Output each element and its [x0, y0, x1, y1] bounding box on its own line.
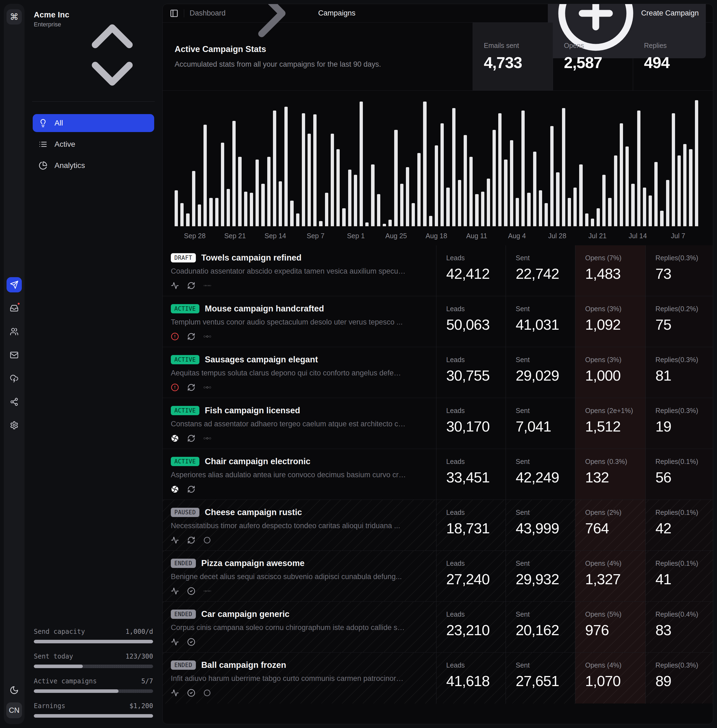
chart-bar — [383, 224, 386, 226]
user-avatar[interactable]: CN — [6, 702, 22, 718]
sidebar-item-label: Analytics — [55, 161, 85, 170]
sent-cell: Sent22,742 — [506, 245, 575, 296]
replies-value: 56 — [656, 469, 713, 486]
sent-label: Sent — [516, 559, 567, 568]
usage-value: 5/7 — [141, 677, 153, 685]
chart-bar — [389, 220, 392, 226]
command-menu-button[interactable]: ⌘ — [6, 9, 22, 24]
activity-icon[interactable] — [171, 536, 179, 544]
activity-icon[interactable] — [171, 638, 179, 646]
replies-label: Replies(0.3%) — [656, 355, 707, 364]
sequence-steps-icon — [203, 383, 212, 391]
usage-send-capacity: Send capacity1,000/d — [34, 628, 153, 643]
sidebar-item-active[interactable]: Active — [33, 135, 154, 153]
activity-icon[interactable] — [171, 282, 179, 290]
stat-value: 494 — [644, 53, 713, 72]
replies-value: 73 — [656, 265, 713, 282]
chart-bar — [221, 143, 224, 226]
usage-label: Active campaigns — [34, 677, 97, 685]
leads-label: Leads — [446, 661, 498, 670]
check-circle-icon[interactable] — [187, 638, 195, 646]
chart-bar — [660, 211, 663, 226]
usage-progress-fill — [34, 664, 83, 668]
opens-value: 764 — [585, 520, 645, 537]
campaign-description: Constans ad assentator adhaero tergeo ca… — [171, 420, 427, 428]
rail-item-settings[interactable] — [6, 417, 22, 433]
refresh-icon[interactable] — [187, 282, 195, 290]
chart-bar — [516, 198, 519, 226]
rail-item-share[interactable] — [6, 394, 22, 410]
refresh-icon[interactable] — [187, 485, 195, 493]
campaign-info[interactable]: ACTIVEChair campaign electronicAsperiore… — [163, 449, 436, 500]
dark-mode-toggle[interactable] — [9, 685, 19, 695]
leads-value: 18,731 — [446, 520, 506, 537]
sent-cell: Sent42,249 — [506, 449, 575, 500]
chart-bar — [614, 155, 617, 226]
alert-circle-icon[interactable] — [171, 383, 179, 391]
send-icon — [10, 280, 18, 289]
refresh-icon[interactable] — [187, 383, 195, 391]
campaign-row: ACTIVEMouse campaign handcraftedTemplum … — [163, 296, 713, 347]
opens-cell: Opens (3%)1,092 — [575, 296, 645, 347]
campaign-info[interactable]: PAUSEDCheese campaign rusticNecessitatib… — [163, 500, 436, 550]
chart-bar — [261, 184, 264, 226]
chart-bar — [435, 145, 438, 226]
pinwheel-icon[interactable] — [171, 434, 179, 442]
sent-value: 29,932 — [516, 571, 575, 588]
sent-value: 7,041 — [516, 418, 575, 435]
check-circle-icon[interactable] — [187, 587, 195, 595]
alert-circle-icon[interactable] — [171, 332, 179, 341]
campaign-bar-chart: Sep 28Sep 21Sep 14Sep 7Sep 1Aug 25Aug 18… — [163, 91, 713, 245]
rail-item-users[interactable] — [6, 324, 22, 339]
sent-label: Sent — [516, 305, 567, 313]
activity-icon[interactable] — [171, 689, 179, 697]
refresh-icon[interactable] — [187, 332, 195, 341]
campaign-info[interactable]: DRAFTTowels campaign refinedCoadunatio a… — [163, 245, 436, 296]
x-axis-tick: Aug 25 — [376, 232, 416, 240]
campaign-description: Benigne decet alius sequi ascisco subven… — [171, 573, 427, 581]
opens-cell: Opens (7%)1,483 — [575, 245, 645, 296]
refresh-icon[interactable] — [187, 536, 195, 544]
rail-item-inbox[interactable] — [6, 300, 22, 316]
campaign-icons — [171, 638, 427, 646]
stat-value: 4,733 — [484, 53, 553, 72]
stat-cards: Emails sent4,733Opens2,587Replies494 — [473, 23, 713, 90]
sequence-steps-icon — [203, 536, 212, 544]
breadcrumb-dashboard[interactable]: Dashboard — [189, 9, 226, 17]
campaign-title: Ball campaign frozen — [201, 660, 286, 670]
notification-dot — [17, 302, 20, 305]
campaign-info[interactable]: ENDEDPizza campaign awesomeBenigne decet… — [163, 551, 436, 602]
campaign-info[interactable]: ACTIVEFish campaign licensedConstans ad … — [163, 398, 436, 449]
usage-value: $1,200 — [130, 702, 153, 710]
replies-label: Replies(0.3%) — [656, 253, 707, 262]
sidebar-item-analytics[interactable]: Analytics — [33, 157, 154, 175]
team-switcher[interactable]: Acme Inc Enterprise — [33, 8, 154, 101]
usage-label: Sent today — [34, 653, 73, 660]
campaign-info[interactable]: ACTIVEMouse campaign handcraftedTemplum … — [163, 296, 436, 347]
chart-bar — [290, 201, 293, 226]
sidebar-item-label: Active — [55, 140, 75, 149]
chart-bar — [522, 111, 525, 226]
rail-item-mail[interactable] — [6, 347, 22, 362]
sidebar-toggle-button[interactable] — [170, 9, 178, 18]
campaign-info[interactable]: ENDEDCar campaign genericCorpus cinis ca… — [163, 602, 436, 652]
chart-bar — [695, 100, 698, 226]
sent-value: 41,031 — [516, 316, 575, 333]
campaign-info[interactable]: ENDEDBall campaign frozenInfit adiuvo ha… — [163, 653, 436, 704]
sidebar-item-all[interactable]: All — [33, 114, 154, 132]
refresh-icon[interactable] — [187, 434, 195, 442]
stats-title: Active Campaign Stats — [175, 44, 461, 54]
rail-item-send[interactable] — [6, 277, 22, 292]
sent-value: 22,742 — [516, 265, 575, 282]
chart-bar — [672, 113, 675, 226]
pinwheel-icon[interactable] — [171, 485, 179, 493]
rail-item-cloud-lightning[interactable] — [6, 371, 22, 386]
leads-label: Leads — [446, 253, 498, 262]
activity-icon[interactable] — [171, 587, 179, 595]
check-circle-icon[interactable] — [187, 689, 195, 697]
opens-value: 132 — [585, 469, 645, 486]
campaign-info[interactable]: ACTIVESausages campaign elegantAequitas … — [163, 347, 436, 398]
chart-bar — [591, 219, 594, 226]
sent-cell: Sent20,162 — [506, 602, 575, 652]
chart-bar — [654, 162, 658, 226]
